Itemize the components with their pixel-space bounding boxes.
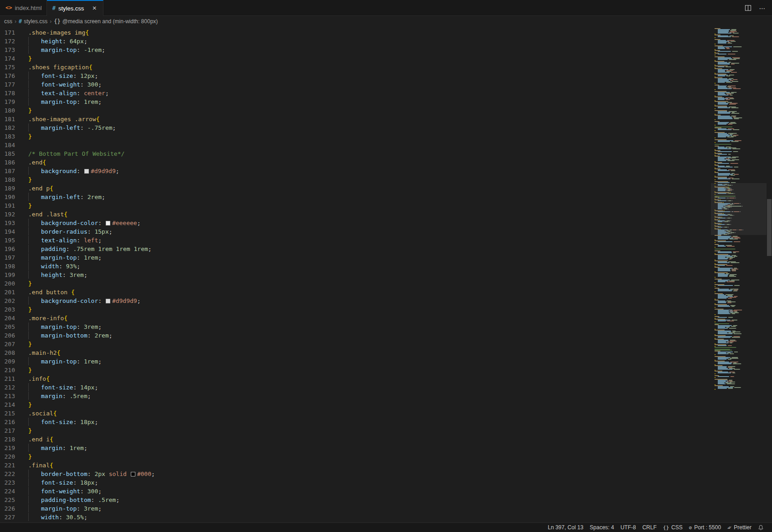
code-line-content: padding-bottom: .5rem; — [28, 496, 119, 503]
code-line[interactable]: 210} — [0, 366, 711, 374]
token-pun: : — [98, 297, 105, 304]
code-line[interactable]: 224font-weight: 300; — [0, 487, 711, 496]
code-line[interactable]: 205margin-top: 3rem; — [0, 322, 711, 331]
code-line[interactable]: 204.more-info{ — [0, 314, 711, 322]
code-line[interactable]: 203} — [0, 305, 711, 314]
code-line[interactable]: 175.shoes figcaption{ — [0, 63, 711, 72]
statusbar-indentation[interactable]: Spaces: 4 — [587, 523, 617, 532]
code-line[interactable]: 180} — [0, 106, 711, 115]
code-line[interactable]: 221.final{ — [0, 461, 711, 470]
line-number: 203 — [0, 305, 15, 314]
breadcrumb-item[interactable]: {}@media screen and (min-width: 800px) — [54, 18, 158, 25]
code-line[interactable]: 193background-color: #eeeeee; — [0, 219, 711, 227]
statusbar-live-server-port[interactable]: ⊘Port : 5500 — [686, 523, 724, 532]
statusbar-cursor-position[interactable]: Ln 397, Col 13 — [545, 523, 586, 532]
color-swatch[interactable] — [131, 472, 135, 476]
code-line[interactable]: 226margin-top: 3rem; — [0, 504, 711, 513]
code-line[interactable]: 201.end button { — [0, 288, 711, 297]
statusbar-eol[interactable]: CRLF — [639, 523, 659, 532]
code-line[interactable]: 220} — [0, 452, 711, 461]
code-line[interactable]: 216font-size: 18px; — [0, 418, 711, 426]
code-line[interactable]: 187background: #d9d9d9; — [0, 167, 711, 175]
code-line[interactable]: 190margin-left: 2rem; — [0, 193, 711, 201]
token-pun: : — [73, 419, 80, 425]
code-line-content: .shoe-images .arrow{ — [28, 116, 100, 123]
code-line[interactable]: 202background-color: #d9d9d9; — [0, 297, 711, 305]
more-actions-button[interactable]: ⋯ — [757, 3, 767, 13]
code-line[interactable]: 172height: 64px; — [0, 37, 711, 46]
code-line[interactable]: 211.info{ — [0, 374, 711, 383]
code-line[interactable]: 181.shoe-images .arrow{ — [0, 115, 711, 123]
close-icon[interactable]: ✕ — [90, 4, 98, 12]
token-brace: } — [28, 427, 32, 434]
code-line[interactable]: 199height: 3rem; — [0, 271, 711, 279]
css-file-icon: # — [52, 5, 56, 11]
code-line[interactable]: 207} — [0, 340, 711, 348]
color-swatch[interactable] — [84, 169, 89, 174]
vertical-scrollbar-thumb[interactable] — [767, 199, 772, 256]
line-number: 223 — [0, 478, 15, 487]
code-line[interactable]: 219margin: 1rem; — [0, 444, 711, 452]
code-line[interactable]: 171.shoe-images img{ — [0, 28, 711, 37]
breadcrumb-item[interactable]: css — [4, 18, 12, 25]
statusbar-formatter[interactable]: ✓✓Prettier — [725, 523, 754, 532]
code-line[interactable]: 178text-align: center; — [0, 89, 711, 97]
code-line[interactable]: 192.end .last{ — [0, 210, 711, 219]
color-swatch[interactable] — [106, 299, 110, 303]
code-line[interactable]: 183} — [0, 132, 711, 141]
code-line[interactable]: 189.end p{ — [0, 184, 711, 193]
token-num: 18px — [80, 419, 94, 425]
code-line[interactable]: 215.social{ — [0, 409, 711, 418]
code-line[interactable]: 209margin-top: 1rem; — [0, 357, 711, 366]
tab-styles.css[interactable]: #styles.css✕ — [47, 0, 104, 16]
token-pun: ; — [105, 90, 109, 97]
code-line[interactable]: 208.main-h2{ — [0, 348, 711, 357]
code-line[interactable]: 188} — [0, 175, 711, 184]
code-line[interactable]: 197margin-top: 1rem; — [0, 253, 711, 262]
code-line[interactable]: 218.end i{ — [0, 435, 711, 444]
code-line[interactable]: 177font-weight: 300; — [0, 80, 711, 89]
code-line[interactable]: 194border-radius: 15px; — [0, 227, 711, 236]
line-number: 183 — [0, 132, 15, 141]
code-line[interactable]: 196padding: .75rem 1rem 1rem 1rem; — [0, 245, 711, 253]
code-line[interactable]: 213margin: .5rem; — [0, 392, 711, 400]
code-line[interactable]: 182margin-left: -.75rem; — [0, 123, 711, 132]
code-line[interactable]: 200} — [0, 279, 711, 288]
code-line[interactable]: 222border-bottom: 2px solid #000; — [0, 470, 711, 478]
code-line[interactable]: 186.end{ — [0, 158, 711, 167]
code-line[interactable]: 185/* Bottom Part Of Website*/ — [0, 149, 711, 158]
statusbar-language-mode[interactable]: {}CSS — [660, 523, 685, 532]
code-line-content: } — [28, 280, 32, 287]
statusbar-label: Port : 5500 — [694, 524, 721, 531]
statusbar-encoding[interactable]: UTF-8 — [618, 523, 638, 532]
tab-index.html[interactable]: <>index.html — [0, 0, 47, 15]
code-line[interactable]: 227width: 30.5%; — [0, 513, 711, 522]
code-line[interactable]: 212font-size: 14px; — [0, 383, 711, 392]
code-line[interactable]: 184 — [0, 141, 711, 149]
minimap-viewport[interactable] — [711, 183, 767, 235]
code-line[interactable]: 195text-align: left; — [0, 236, 711, 245]
code-line[interactable]: 173margin-top: -1rem; — [0, 46, 711, 54]
token-pun: ; — [137, 297, 141, 304]
color-swatch[interactable] — [106, 221, 110, 225]
code-line[interactable]: 223font-size: 18px; — [0, 478, 711, 487]
code-line[interactable]: 225padding-bottom: .5rem; — [0, 496, 711, 504]
code-line[interactable]: 191} — [0, 201, 711, 210]
code-line[interactable]: 214} — [0, 400, 711, 409]
statusbar-notifications[interactable] — [755, 523, 767, 532]
token-pun: ; — [98, 98, 102, 105]
editor[interactable]: 171.shoe-images img{172height: 64px;173m… — [0, 26, 772, 522]
breadcrumb-item[interactable]: #styles.css — [19, 18, 47, 25]
line-number: 209 — [0, 357, 15, 366]
code-line[interactable]: 176font-size: 12px; — [0, 72, 711, 80]
token-prop: border-bottom — [41, 471, 87, 477]
token-pun: : — [77, 254, 84, 261]
code-line[interactable]: 206margin-bottom: 2rem; — [0, 331, 711, 340]
code-line[interactable]: 198width: 93%; — [0, 262, 711, 271]
split-editor-button[interactable] — [743, 3, 753, 13]
code-area[interactable]: 171.shoe-images img{172height: 64px;173m… — [0, 28, 711, 522]
code-line[interactable]: 174} — [0, 54, 711, 63]
code-line[interactable]: 179margin-top: 1rem; — [0, 97, 711, 106]
indent-guide — [28, 487, 41, 495]
code-line[interactable]: 217} — [0, 426, 711, 435]
